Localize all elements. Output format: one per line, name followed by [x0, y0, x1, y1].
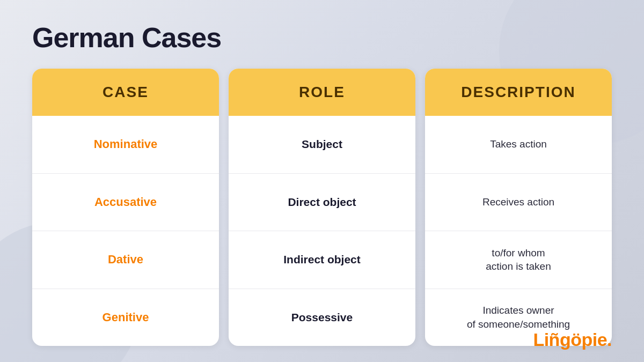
description-column: DESCRIPTION Takes action Receives action…	[425, 69, 612, 346]
role-column-body: Subject Direct object Indirect object Po…	[229, 116, 415, 346]
role-cell-direct: Direct object	[229, 174, 415, 232]
role-subject-label: Subject	[302, 138, 342, 151]
role-column-header: ROLE	[229, 69, 415, 116]
description-column-body: Takes action Receives action to/for whom…	[425, 116, 612, 346]
case-cell-dative: Dative	[32, 231, 219, 289]
desc-cell-dative: to/for whomaction is taken	[425, 231, 612, 289]
role-possessive-label: Possessive	[291, 311, 353, 324]
case-nominative-label: Nominative	[94, 137, 158, 151]
logo: Liñgöpie.	[533, 329, 612, 350]
desc-nominative-label: Takes action	[490, 137, 547, 151]
desc-dative-label: to/for whomaction is taken	[486, 246, 551, 274]
case-column-body: Nominative Accusative Dative Genitive	[32, 116, 219, 346]
desc-cell-nominative: Takes action	[425, 116, 612, 174]
case-dative-label: Dative	[108, 253, 143, 267]
case-accusative-label: Accusative	[94, 195, 157, 209]
case-cell-nominative: Nominative	[32, 116, 219, 174]
role-cell-subject: Subject	[229, 116, 415, 174]
desc-accusative-label: Receives action	[482, 195, 554, 209]
cases-table: CASE Nominative Accusative Dative Geniti…	[32, 69, 612, 346]
role-column: ROLE Subject Direct object Indirect obje…	[229, 69, 415, 346]
role-cell-indirect: Indirect object	[229, 231, 415, 289]
description-column-header: DESCRIPTION	[425, 69, 612, 116]
desc-genitive-label: Indicates ownerof someone/something	[467, 304, 570, 331]
case-column-header: CASE	[32, 69, 219, 116]
case-column: CASE Nominative Accusative Dative Geniti…	[32, 69, 219, 346]
desc-cell-accusative: Receives action	[425, 174, 612, 232]
page-title: German Cases	[32, 21, 612, 54]
case-cell-genitive: Genitive	[32, 289, 219, 346]
role-indirect-label: Indirect object	[283, 253, 361, 266]
case-genitive-label: Genitive	[103, 311, 149, 324]
logo-text: Liñgöpie.	[533, 329, 612, 350]
case-cell-accusative: Accusative	[32, 174, 219, 232]
role-direct-label: Direct object	[288, 196, 356, 209]
role-cell-possessive: Possessive	[229, 289, 415, 346]
